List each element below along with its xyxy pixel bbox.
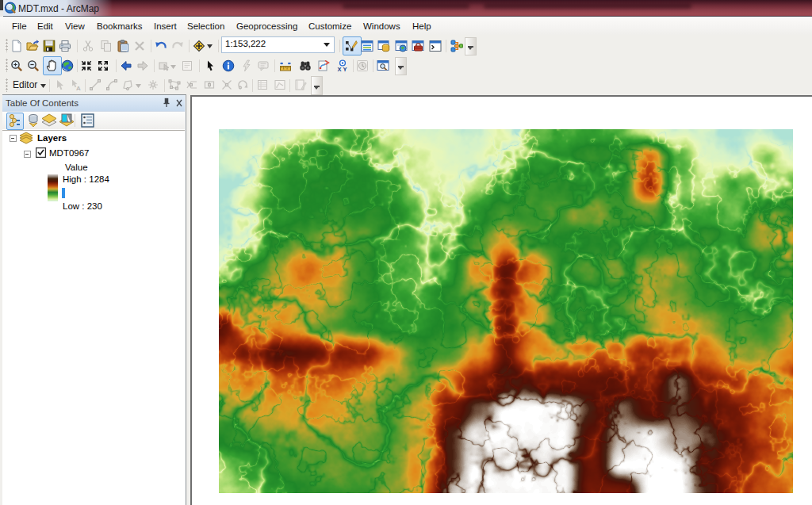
svg-text:Y: Y — [343, 66, 347, 72]
svg-text:X: X — [338, 66, 342, 72]
svg-text:A: A — [76, 85, 81, 92]
